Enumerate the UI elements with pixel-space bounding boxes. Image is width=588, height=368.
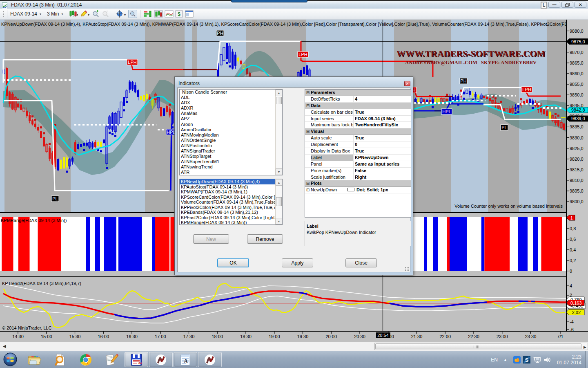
svg-text:PL: PL (501, 125, 507, 130)
svg-text:9800,0: 9800,0 (570, 199, 584, 204)
svg-text:PH: PH (460, 79, 466, 83)
svg-text:LPH: LPH (128, 60, 136, 65)
svg-text:9860,0: 9860,0 (570, 71, 584, 76)
svg-text:9855,0: 9855,0 (570, 82, 584, 87)
svg-text:0,8: 0,8 (570, 226, 576, 231)
svg-text:9870,0: 9870,0 (570, 50, 584, 55)
svg-text:1: 1 (570, 216, 573, 220)
svg-text:-6: -6 (570, 327, 574, 332)
svg-text:16:00: 16:00 (98, 334, 109, 339)
svg-text:23:00: 23:00 (497, 334, 508, 339)
svg-text:ANDREYBBRV@GMAIL.COM SKYPE:: ANDREYBBRV@GMAIL.COM SKYPE: ANDREYBBRV (405, 60, 537, 65)
svg-text:18:30: 18:30 (240, 334, 252, 339)
svg-text:21:30: 21:30 (411, 334, 423, 339)
svg-text:16:30: 16:30 (126, 334, 138, 339)
svg-text:KPNewUpDown(FDAX 09-14 (3 Min): KPNewUpDown(FDAX 09-14 (3 Min),4), KPAut… (1, 22, 568, 27)
svg-text:23:30: 23:30 (525, 334, 537, 339)
svg-text:9830,0: 9830,0 (570, 135, 584, 140)
svg-text:4: 4 (570, 283, 572, 288)
svg-text:A: A (184, 358, 188, 364)
svg-text:17:30: 17:30 (183, 334, 195, 339)
svg-text:0,163: 0,163 (570, 301, 582, 305)
svg-text:9875,0: 9875,0 (571, 39, 585, 44)
svg-text:-2,02: -2,02 (570, 310, 581, 315)
svg-text:22:00: 22:00 (439, 334, 451, 339)
svg-text:9820,0: 9820,0 (570, 157, 584, 162)
svg-text:9880,0: 9880,0 (570, 29, 584, 34)
svg-text:PL: PL (52, 196, 58, 201)
svg-text:▾: ▾ (77, 13, 78, 17)
svg-text:S: S (525, 357, 529, 363)
svg-text:KPMRange(FDAX 09-14 (3 Min)): KPMRange(FDAX 09-14 (3 Min)) (1, 218, 67, 223)
svg-text:▾: ▾ (88, 13, 89, 17)
svg-text:9850,0: 9850,0 (570, 92, 584, 97)
svg-text:WWW.TRADERS-SOFTWARE.COM: WWW.TRADERS-SOFTWARE.COM (396, 48, 546, 58)
svg-text:▾: ▾ (124, 13, 126, 17)
svg-text:Volume Counter only works on v: Volume Counter only works on volume base… (454, 204, 563, 209)
svg-text:HPL: HPL (442, 109, 451, 114)
svg-text:7/1: 7/1 (557, 334, 563, 339)
svg-text:20:54: 20:54 (377, 333, 389, 338)
svg-text:PH: PH (217, 31, 223, 36)
svg-text:9805,0: 9805,0 (570, 188, 584, 193)
svg-text:22:30: 22:30 (468, 334, 479, 339)
svg-text:15:30: 15:30 (69, 334, 81, 339)
svg-text:9810,0: 9810,0 (570, 178, 584, 183)
svg-text:19:30: 19:30 (297, 334, 309, 339)
svg-text:20:30: 20:30 (354, 334, 365, 339)
svg-text:9825,0: 9825,0 (570, 146, 584, 151)
svg-text:9835,0: 9835,0 (570, 124, 584, 129)
svg-text:14:30: 14:30 (12, 334, 24, 339)
svg-text:17:00: 17:00 (155, 334, 166, 339)
svg-text:18:00: 18:00 (212, 334, 223, 339)
svg-text:15:00: 15:00 (41, 334, 52, 339)
svg-text:0,6: 0,6 (570, 237, 576, 242)
svg-text:9839,0: 9839,0 (571, 116, 585, 121)
svg-text:9865,0: 9865,0 (570, 61, 584, 65)
svg-text:$: $ (178, 11, 181, 17)
svg-text:0: 0 (570, 269, 572, 274)
svg-text:KPTrend2(FDAX 09-14 (3 Min),64: KPTrend2(FDAX 09-14 (3 Min),64,19,7) (2, 281, 81, 286)
svg-text:9815,0: 9815,0 (570, 167, 584, 172)
svg-text:9842,8: 9842,8 (571, 108, 585, 112)
svg-text:LPH: LPH (298, 52, 307, 57)
svg-text:-4: -4 (570, 319, 574, 324)
svg-text:© 2014 NinjaTrader, LLC: © 2014 NinjaTrader, LLC (2, 325, 51, 330)
svg-text:0,2: 0,2 (570, 258, 576, 263)
svg-text:LPH: LPH (522, 87, 531, 92)
svg-text:64: 64 (138, 362, 142, 365)
svg-text:20:00: 20:00 (325, 334, 337, 339)
svg-text:19:00: 19:00 (269, 334, 280, 339)
svg-text:0,4: 0,4 (570, 247, 576, 252)
